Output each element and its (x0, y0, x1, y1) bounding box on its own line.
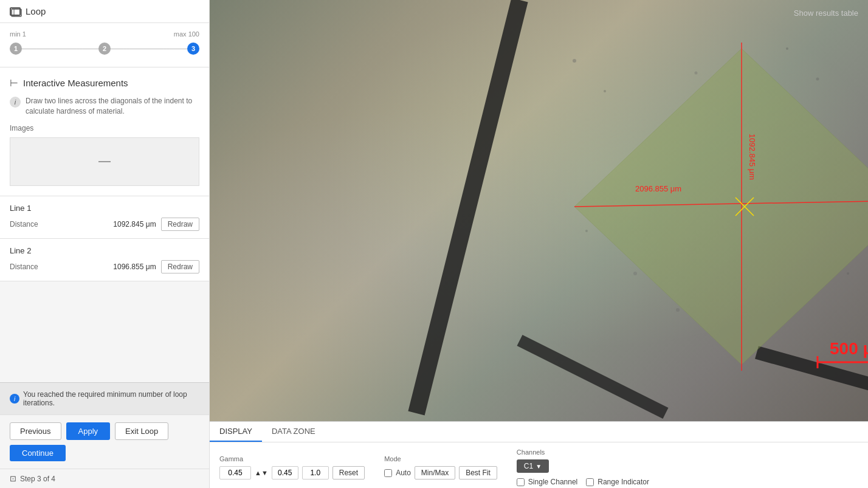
info-box: i Draw two lines across the diagonals of… (10, 96, 199, 117)
microscope-image: 1092.845 μm 2096.855 μm 500 μm (210, 0, 868, 421)
gamma-input-3[interactable] (302, 466, 329, 479)
micro-canvas: 1092.845 μm 2096.855 μm 500 μm (210, 0, 868, 421)
gamma-input-1[interactable] (219, 466, 251, 479)
left-panel: Loop min 1 max 100 1 2 3 ⊢ Interactive M… (0, 0, 210, 488)
slider-min: min 1 (10, 30, 26, 38)
tab-data-zone[interactable]: DATA ZONE (262, 422, 325, 442)
step-indicator: ⊡ Step 3 of 4 (0, 469, 209, 488)
gamma-group: Gamma ▲▼ Reset (219, 455, 365, 479)
tab-display[interactable]: DISPLAY (210, 422, 262, 442)
measurements-title: Interactive Measurements (23, 78, 128, 88)
gamma-reset-button[interactable]: Reset (332, 466, 365, 479)
single-channel-label[interactable]: Single Channel (517, 478, 577, 486)
channel-name: C1 (524, 462, 533, 470)
line1-distance-label: Distance (10, 220, 38, 229)
info-icon: i (10, 97, 21, 108)
apply-button[interactable]: Apply (66, 422, 111, 440)
slider-dots: 1 2 3 (10, 43, 199, 55)
bestfit-button[interactable]: Best Fit (459, 466, 497, 479)
mode-row: Auto Min/Max Best Fit (384, 466, 497, 479)
channel-dropdown-icon: ▼ (536, 463, 542, 470)
slider-labels: min 1 max 100 (10, 30, 199, 38)
bottom-controls: Gamma ▲▼ Reset Mode Auto (210, 442, 868, 488)
line2-distance-label: Distance (10, 263, 38, 271)
single-channel-checkbox[interactable] (517, 478, 525, 486)
line1-title: Line 1 (10, 204, 199, 213)
minmax-button[interactable]: Min/Max (415, 466, 455, 479)
bottom-info-bar: i You reached the required minimum numbe… (0, 382, 209, 414)
mode-group: Mode Auto Min/Max Best Fit (384, 455, 497, 479)
line1-distance-value: 1092.845 μm (113, 220, 156, 229)
slider-step-3[interactable]: 3 (187, 43, 199, 55)
image-area: Show results table (210, 0, 868, 421)
bottom-message: You reached the required minimum number … (23, 390, 199, 407)
loop-header: Loop (0, 0, 209, 23)
range-indicator-label[interactable]: Range Indicator (586, 478, 649, 486)
info-text: Draw two lines across the diagonals of t… (26, 96, 199, 117)
info-icon-blue: i (10, 394, 19, 404)
mode-label: Mode (384, 455, 497, 462)
slider-max: max 100 (174, 30, 199, 38)
line2-title: Line 2 (10, 246, 199, 255)
gamma-row: ▲▼ Reset (219, 466, 365, 479)
step-icon: ⊡ (10, 474, 16, 483)
slider-step-2[interactable]: 2 (98, 43, 111, 55)
loop-title: Loop (26, 6, 46, 16)
slider-track[interactable]: 1 2 3 (10, 40, 199, 57)
slider-section: min 1 max 100 1 2 3 (0, 23, 209, 67)
line1-section: Line 1 Distance 1092.845 μm Redraw (0, 196, 209, 239)
bottom-panel: DISPLAY DATA ZONE Gamma ▲▼ Reset (210, 421, 868, 488)
channels-label: Channels (517, 448, 649, 456)
single-channel-text: Single Channel (528, 478, 577, 486)
line2-value-group: 1096.855 μm Redraw (113, 260, 199, 273)
range-indicator-text: Range Indicator (598, 478, 649, 486)
channels-row: C1 ▼ (517, 459, 649, 473)
line2-row: Distance 1096.855 μm Redraw (10, 260, 199, 273)
thumbnail-dash (98, 161, 111, 162)
range-indicator-checkbox[interactable] (586, 478, 594, 486)
channels-group: Channels C1 ▼ Single Channel (517, 448, 649, 486)
channel-c1-button[interactable]: C1 ▼ (517, 459, 549, 473)
gamma-input-2[interactable] (272, 466, 298, 479)
loop-icon (10, 7, 21, 16)
line1-row: Distance 1092.845 μm Redraw (10, 218, 199, 231)
continue-button[interactable]: Continue (10, 445, 66, 461)
measurements-section: ⊢ Interactive Measurements i Draw two li… (0, 67, 209, 196)
line1-redraw-button[interactable]: Redraw (161, 218, 199, 231)
exit-loop-button[interactable]: Exit Loop (115, 422, 168, 440)
auto-label[interactable]: Auto (384, 469, 411, 477)
gamma-dropdown-icon[interactable]: ▲▼ (255, 469, 268, 476)
show-results-button[interactable]: Show results table (794, 9, 858, 18)
micro-background (210, 0, 868, 421)
line2-section: Line 2 Distance 1096.855 μm Redraw (0, 239, 209, 281)
line1-value-group: 1092.845 μm Redraw (113, 218, 199, 231)
action-buttons: Previous Apply Exit Loop Continue (0, 414, 209, 469)
step-label: Step 3 of 4 (20, 475, 55, 483)
images-label: Images (10, 124, 199, 132)
measurements-header: ⊢ Interactive Measurements (10, 77, 199, 89)
images-thumbnail[interactable] (10, 137, 199, 186)
auto-text: Auto (396, 469, 411, 477)
previous-button[interactable]: Previous (10, 422, 61, 440)
gamma-label: Gamma (219, 455, 365, 462)
line2-distance-value: 1096.855 μm (113, 263, 156, 271)
slider-step-1[interactable]: 1 (10, 43, 22, 55)
bottom-tabs: DISPLAY DATA ZONE (210, 422, 868, 442)
ruler-icon: ⊢ (10, 77, 18, 89)
line2-redraw-button[interactable]: Redraw (161, 260, 199, 273)
svg-rect-0 (12, 9, 21, 16)
auto-checkbox[interactable] (384, 469, 392, 477)
channel-options-row: Single Channel Range Indicator (517, 478, 649, 486)
